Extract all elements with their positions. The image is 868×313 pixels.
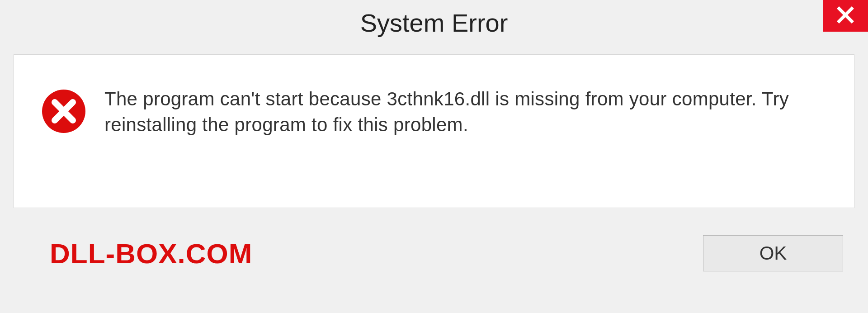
dialog-title: System Error <box>360 8 508 38</box>
close-icon <box>836 6 854 26</box>
error-message: The program can't start because 3cthnk16… <box>104 86 831 138</box>
dialog-footer: DLL-BOX.COM OK <box>14 208 854 299</box>
titlebar: System Error <box>0 0 868 45</box>
dialog-content: The program can't start because 3cthnk16… <box>14 54 854 208</box>
close-button[interactable] <box>823 0 868 32</box>
ok-button[interactable]: OK <box>703 235 843 271</box>
watermark-text: DLL-BOX.COM <box>50 237 252 270</box>
error-icon <box>41 89 86 134</box>
